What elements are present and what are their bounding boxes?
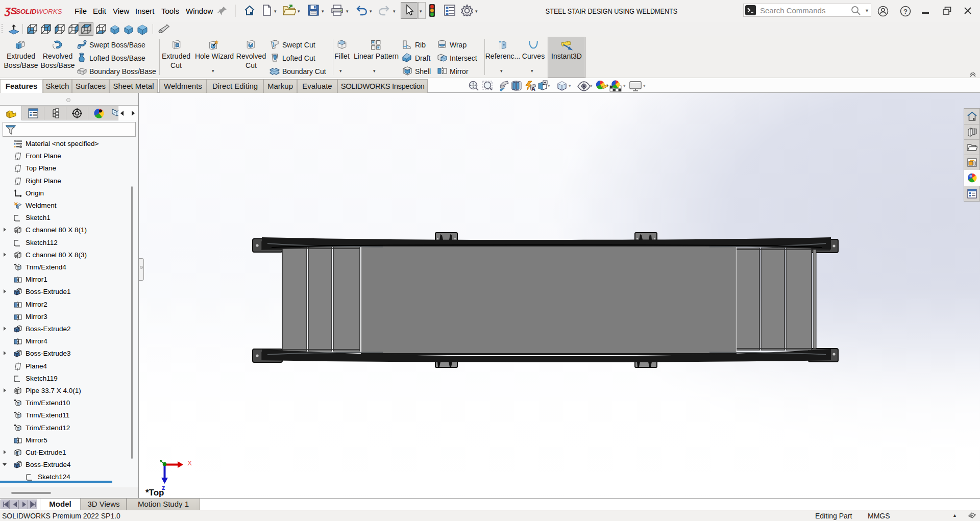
- svg-text:SOLIDWORKS: SOLIDWORKS: [16, 8, 62, 15]
- svg-text:ƷS: ƷS: [4, 6, 17, 16]
- svg-text:A: A: [531, 86, 535, 92]
- svg-text:X: X: [187, 459, 192, 467]
- svg-text:?: ?: [903, 8, 908, 15]
